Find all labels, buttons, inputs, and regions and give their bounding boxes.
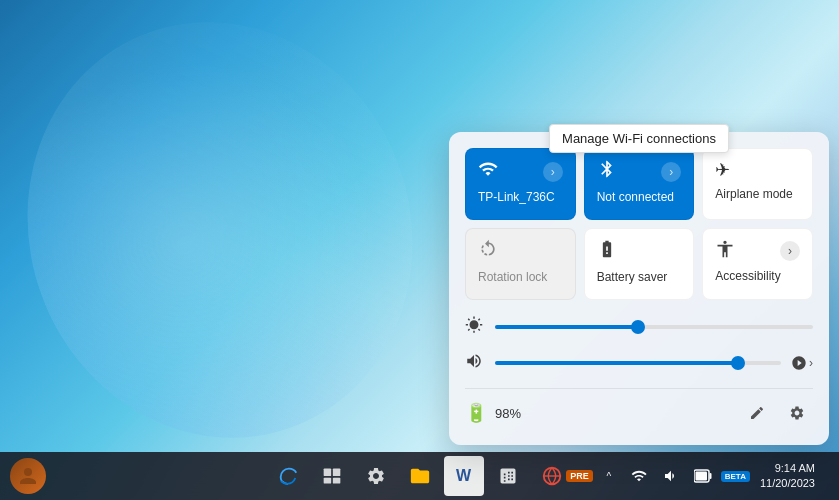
wifi-tile[interactable]: › TP-Link_736C — [465, 148, 576, 220]
wifi-tooltip: Manage Wi-Fi connections — [549, 124, 729, 153]
taskbar-taskview-icon[interactable] — [312, 456, 352, 496]
volume-slider-row: › — [465, 352, 813, 374]
volume-thumb[interactable] — [731, 356, 745, 370]
taskbar-right: PRE ^ BETA 9:14 AM 11/20/2023 — [566, 456, 831, 496]
bluetooth-expand-icon[interactable]: › — [661, 162, 681, 182]
battery-saver-tile[interactable]: Battery saver — [584, 228, 695, 300]
tray-battery-icon[interactable] — [689, 456, 717, 496]
quick-settings-panel: Manage Wi-Fi connections › TP-Link_736C … — [449, 132, 829, 445]
taskbar-center: W — [268, 456, 572, 496]
svg-rect-3 — [323, 478, 331, 484]
wifi-expand-icon[interactable]: › — [543, 162, 563, 182]
battery-row: 🔋 98% — [465, 388, 813, 429]
taskbar-calculator-icon[interactable] — [488, 456, 528, 496]
taskbar-settings-icon[interactable] — [356, 456, 396, 496]
accessibility-label: Accessibility — [715, 269, 800, 283]
svg-rect-8 — [709, 473, 711, 479]
svg-rect-1 — [323, 469, 331, 477]
taskbar-avatar[interactable] — [8, 456, 48, 496]
accessibility-tile[interactable]: › Accessibility — [702, 228, 813, 300]
battery-percent: 98% — [495, 406, 521, 421]
clock-time: 9:14 AM — [760, 461, 815, 476]
bluetooth-label: Not connected — [597, 190, 682, 204]
battery-actions — [741, 397, 813, 429]
show-desktop-button[interactable] — [825, 456, 831, 496]
brightness-track[interactable] — [495, 325, 813, 329]
svg-rect-2 — [332, 469, 340, 477]
taskbar: W PRE ^ BETA 9:14 AM 11/20/2023 — [0, 452, 839, 500]
brightness-slider-row — [465, 316, 813, 338]
brightness-fill — [495, 325, 638, 329]
taskbar-word-icon[interactable]: W — [444, 456, 484, 496]
bluetooth-icon — [597, 159, 617, 184]
wifi-icon — [478, 159, 498, 184]
quick-tiles-grid: › TP-Link_736C › Not connected ✈ Airplan… — [465, 148, 813, 300]
airplane-label: Airplane mode — [715, 187, 800, 201]
battery-status-icon: 🔋 — [465, 402, 487, 424]
tray-volume-icon[interactable] — [657, 456, 685, 496]
system-clock[interactable]: 9:14 AM 11/20/2023 — [754, 459, 821, 494]
tray-wifi-icon[interactable] — [625, 456, 653, 496]
beta-badge: BETA — [721, 471, 750, 482]
wifi-label: TP-Link_736C — [478, 190, 563, 204]
volume-icon — [465, 352, 485, 374]
quick-settings-gear-button[interactable] — [781, 397, 813, 429]
rotation-lock-icon — [478, 239, 498, 264]
rotation-lock-label: Rotation lock — [478, 270, 563, 284]
system-tray-overflow-button[interactable]: ^ — [597, 456, 621, 496]
volume-track[interactable] — [495, 361, 781, 365]
svg-rect-9 — [695, 472, 707, 481]
brightness-thumb[interactable] — [631, 320, 645, 334]
volume-end-action[interactable]: › — [791, 355, 813, 371]
battery-saver-label: Battery saver — [597, 270, 682, 284]
taskbar-edge-icon[interactable] — [268, 456, 308, 496]
taskbar-browser2-icon[interactable] — [532, 456, 572, 496]
bluetooth-tile[interactable]: › Not connected — [584, 148, 695, 220]
clock-date: 11/20/2023 — [760, 476, 815, 491]
svg-point-0 — [24, 468, 32, 476]
taskbar-explorer-icon[interactable] — [400, 456, 440, 496]
volume-fill — [495, 361, 738, 365]
airplane-icon: ✈ — [715, 159, 730, 181]
rotation-lock-tile[interactable]: Rotation lock — [465, 228, 576, 300]
battery-saver-icon — [597, 239, 617, 264]
taskbar-left — [8, 456, 48, 496]
battery-info: 🔋 98% — [465, 402, 521, 424]
accessibility-icon — [715, 239, 735, 263]
airplane-tile[interactable]: ✈ Airplane mode — [702, 148, 813, 220]
edit-button[interactable] — [741, 397, 773, 429]
brightness-icon — [465, 316, 485, 338]
user-avatar — [10, 458, 46, 494]
accessibility-expand-icon[interactable]: › — [780, 241, 800, 261]
svg-rect-4 — [332, 478, 340, 484]
